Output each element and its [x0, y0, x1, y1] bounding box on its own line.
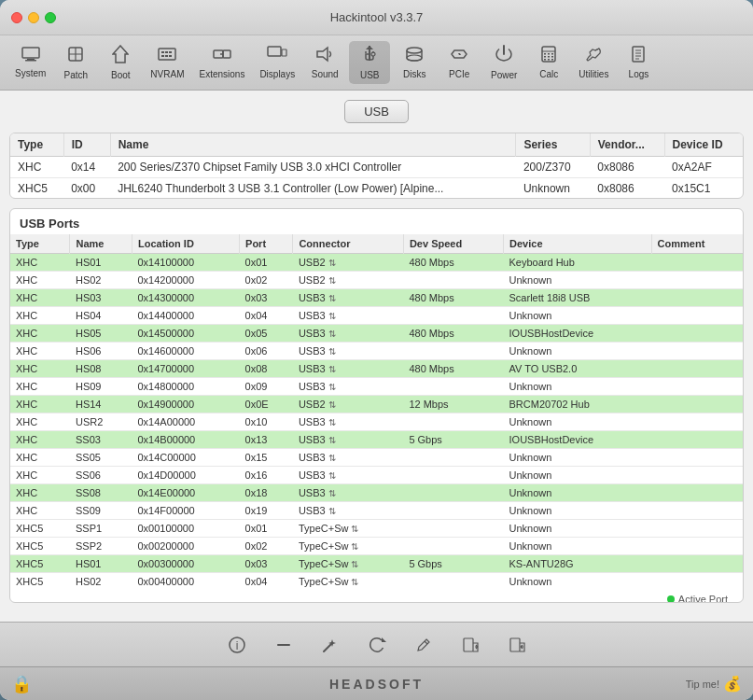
cell-connector: USB3 ⇅ [293, 377, 403, 395]
cell-device: KS-ANTU28G [504, 554, 652, 572]
zoom-button[interactable] [45, 12, 56, 23]
cell-comment [651, 306, 743, 324]
table-row[interactable]: XHCHS090x148000000x09USB3 ⇅Unknown [10, 377, 743, 395]
table-row[interactable]: XHCHS050x145000000x05USB3 ⇅480 MbpsIOUSB… [10, 324, 743, 342]
sound-label: Sound [312, 69, 339, 79]
toolbar-disks[interactable]: Disks [394, 42, 435, 83]
cell-locationid: 0x14400000 [132, 306, 239, 324]
active-port-legend-bar: Active Port [10, 590, 743, 603]
svg-rect-31 [544, 59, 546, 61]
cell-name: JHL6240 Thunderbolt 3 USB 3.1 Controller… [110, 178, 516, 199]
toolbar-sound[interactable]: Sound [304, 42, 345, 83]
cell-device: Unknown [504, 413, 652, 430]
cell-name: HS02 [70, 271, 132, 288]
cell-name: HS14 [70, 395, 132, 413]
ports-col-locid: Location ID [132, 234, 239, 254]
cell-type: XHC [10, 288, 70, 306]
table-row[interactable]: XHCUSR20x14A000000x10USB3 ⇅Unknown [10, 413, 743, 430]
app-window: Hackintool v3.3.7 System Patch Boot [0, 0, 753, 700]
export-button[interactable] [503, 631, 531, 659]
table-row[interactable]: XHCHS010x141000000x01USB2 ⇅480 MbpsKeybo… [10, 253, 743, 271]
cell-locationid: 0x14D00000 [132, 466, 239, 483]
table-row[interactable]: XHC5SSP20x002000000x02TypeC+Sw ⇅Unknown [10, 537, 743, 554]
cell-connector: TypeC+Sw ⇅ [293, 537, 403, 554]
table-row[interactable]: XHCHS040x144000000x04USB3 ⇅Unknown [10, 306, 743, 324]
remove-button[interactable] [270, 631, 298, 659]
table-row[interactable]: XHC5HS010x003000000x03TypeC+Sw ⇅5 GbpsKS… [10, 554, 743, 572]
controllers-header-row: Type ID Name Series Vendor... Device ID [10, 133, 743, 157]
cell-devspeed [403, 413, 503, 430]
table-row[interactable]: XHC0x14200 Series/Z370 Chipset Family US… [10, 157, 743, 178]
power-label: Power [491, 70, 517, 80]
minimize-button[interactable] [28, 12, 39, 23]
cell-name: 200 Series/Z370 Chipset Family USB 3.0 x… [110, 157, 516, 178]
import-button[interactable] [456, 631, 484, 659]
close-button[interactable] [11, 12, 22, 23]
toolbar-nvram[interactable]: NVRAM [145, 42, 189, 83]
table-row[interactable]: XHCHS020x142000000x02USB2 ⇅Unknown [10, 271, 743, 288]
toolbar-pcie[interactable]: PCIe [439, 42, 480, 83]
table-row[interactable]: XHCHS060x146000000x06USB3 ⇅Unknown [10, 342, 743, 359]
table-row[interactable]: XHCHS080x147000000x08USB3 ⇅480 MbpsAV TO… [10, 359, 743, 377]
table-row[interactable]: XHCSS080x14E000000x18USB3 ⇅Unknown [10, 483, 743, 501]
cell-connector: USB3 ⇅ [293, 342, 403, 359]
table-row[interactable]: XHCHS140x149000000x0EUSB2 ⇅12 MbpsBRCM20… [10, 395, 743, 413]
info-button[interactable]: i [223, 631, 251, 659]
cell-name: SS09 [70, 501, 132, 519]
cell-port: 0x04 [240, 306, 293, 324]
page-title-button[interactable]: USB [344, 100, 409, 123]
ports-card: USB Ports Type Name Location ID Port Con… [9, 208, 744, 603]
table-row[interactable]: XHC50x00JHL6240 Thunderbolt 3 USB 3.1 Co… [10, 178, 743, 199]
cell-type: XHC5 [10, 572, 70, 590]
cell-name: SSP1 [70, 519, 132, 537]
toolbar-patch[interactable]: Patch [55, 41, 96, 84]
cell-comment [651, 448, 743, 466]
toolbar-utilities[interactable]: Utilities [573, 42, 614, 83]
ports-table-container: Type Name Location ID Port Connector Dev… [10, 234, 743, 590]
cell-device: Scarlett 18i8 USB [504, 288, 652, 306]
table-row[interactable]: XHCSS050x14C000000x15USB3 ⇅Unknown [10, 448, 743, 466]
toolbar-extensions[interactable]: Extensions [193, 42, 250, 83]
toolbar-system[interactable]: System [9, 43, 51, 82]
table-row[interactable]: XHC5HS020x004000000x04TypeC+Sw ⇅Unknown [10, 572, 743, 590]
toolbar-power[interactable]: Power [483, 41, 524, 84]
toolbar-logs[interactable]: Logs [618, 42, 659, 83]
cell-connector: TypeC+Sw ⇅ [293, 572, 403, 590]
toolbar-calc[interactable]: Calc [528, 42, 569, 83]
cell-locationid: 0x14700000 [132, 359, 239, 377]
cell-type: XHC [10, 395, 70, 413]
toolbar-boot[interactable]: Boot [100, 41, 141, 84]
cell-locationid: 0x14E00000 [132, 483, 239, 501]
table-row[interactable]: XHCSS060x14D000000x16USB3 ⇅Unknown [10, 466, 743, 483]
dropper-button[interactable] [410, 631, 438, 659]
footer-icons: i [52, 631, 701, 659]
table-row[interactable]: XHC5SSP10x001000000x01TypeC+Sw ⇅Unknown [10, 519, 743, 537]
table-row[interactable]: XHCSS090x14F000000x19USB3 ⇅Unknown [10, 501, 743, 519]
toolbar-displays[interactable]: Displays [254, 42, 300, 83]
svg-rect-12 [169, 55, 172, 57]
ports-col-port: Port [240, 234, 293, 254]
cell-type: XHC [10, 483, 70, 501]
table-row[interactable]: XHCHS030x143000000x03USB3 ⇅480 MbpsScarl… [10, 288, 743, 306]
svg-rect-14 [223, 50, 230, 58]
wand-button[interactable] [316, 631, 344, 659]
svg-rect-6 [159, 49, 175, 60]
cell-port: 0x15 [240, 448, 293, 466]
cell-name: SSP2 [70, 537, 132, 554]
svg-rect-9 [169, 51, 172, 53]
col-id: ID [63, 133, 110, 157]
cell-devspeed [403, 342, 503, 359]
cell-type: XHC5 [10, 178, 63, 199]
cell-comment [651, 342, 743, 359]
toolbar-usb[interactable]: USB [349, 41, 390, 84]
extensions-icon [213, 46, 231, 67]
cell-type: XHC [10, 157, 63, 178]
table-row[interactable]: XHCSS030x14B000000x13USB3 ⇅5 GbpsIOUSBHo… [10, 430, 743, 448]
tip-button[interactable]: Tip me! 💰 [686, 675, 742, 693]
refresh-button[interactable] [363, 631, 391, 659]
window-title: Hackintool v3.3.7 [330, 10, 424, 24]
cell-device: Unknown [504, 483, 652, 501]
connector-arrows: ⇅ [328, 506, 336, 516]
connector-arrows: ⇅ [328, 364, 336, 374]
cell-locationid: 0x14B00000 [132, 430, 239, 448]
